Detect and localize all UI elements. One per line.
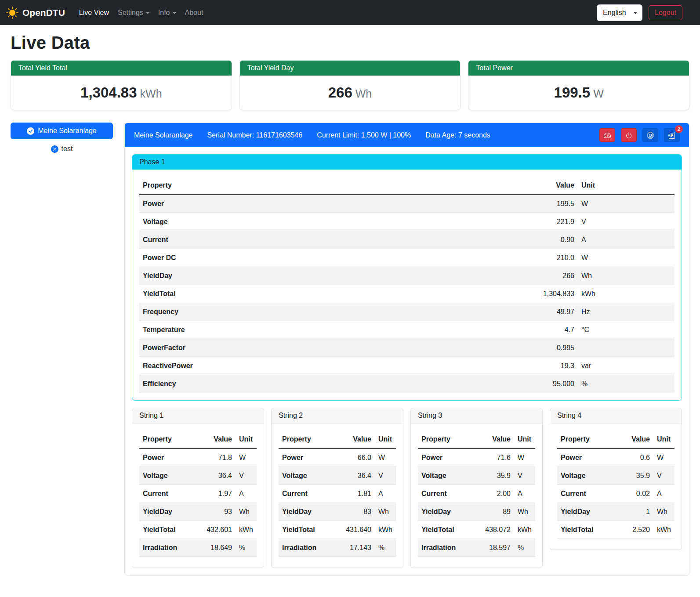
unit-cell: W: [375, 449, 396, 467]
unit-cell: W: [578, 195, 675, 213]
unit-cell: A: [653, 485, 675, 503]
table-row: YieldTotal 2.520 kWh: [557, 521, 675, 539]
table-header-row: Property Value Unit: [279, 431, 396, 449]
string-table: Property Value Unit Power: [279, 431, 396, 557]
table-row: YieldTotal 432.601 kWh: [139, 521, 257, 539]
value-cell: 199.5: [402, 195, 578, 213]
value-cell: 2.520: [616, 521, 653, 539]
table-row: YieldTotal 438.072 kWh: [418, 521, 535, 539]
property-cell: YieldTotal: [279, 521, 337, 539]
nav-info[interactable]: Info: [154, 5, 181, 20]
sidebar-item-meine-solaranlage[interactable]: Meine Solaranlage: [11, 123, 113, 139]
property-cell: YieldTotal: [418, 521, 476, 539]
sidebar-item-test[interactable]: test: [11, 145, 113, 153]
value-cell: 36.4: [198, 467, 236, 485]
column-header-unit: Unit: [578, 177, 675, 195]
unit-cell: Hz: [578, 303, 675, 321]
phase-card-title: Phase 1: [132, 155, 682, 170]
summary-card-value: 1,304.83: [80, 84, 137, 101]
table-row: Irradiation 18.649 %: [139, 539, 257, 557]
property-cell: Temperature: [139, 321, 402, 339]
table-row: Current 0.90 A: [139, 231, 675, 249]
value-cell: 1.97: [198, 485, 236, 503]
column-header-value: Value: [402, 177, 578, 195]
property-cell: YieldDay: [418, 503, 476, 521]
value-cell: 95.000: [402, 375, 578, 393]
table-row: YieldTotal 431.640 kWh: [279, 521, 396, 539]
unit-cell: kWh: [578, 285, 675, 303]
value-cell: 221.9: [402, 213, 578, 231]
inverter-limit: Current Limit: 1,500 W | 100%: [317, 131, 411, 139]
event-log-button[interactable]: 2: [664, 128, 680, 142]
value-cell: 432.601: [198, 521, 236, 539]
inverter-name: Meine Solaranlage: [134, 131, 192, 139]
limit-settings-button[interactable]: [599, 128, 615, 142]
table-row: Frequency 49.97 Hz: [139, 303, 675, 321]
value-cell: 66.0: [337, 449, 375, 467]
unit-cell: °C: [578, 321, 675, 339]
unit-cell: W: [653, 449, 675, 467]
value-cell: 18.597: [476, 539, 514, 557]
unit-cell: V: [236, 467, 257, 485]
device-info-button[interactable]: [642, 128, 658, 142]
unit-cell: Wh: [236, 503, 257, 521]
value-cell: 2.00: [476, 485, 514, 503]
value-cell: 71.8: [198, 449, 236, 467]
unit-cell: var: [578, 357, 675, 375]
value-cell: 0.6: [616, 449, 653, 467]
property-cell: Voltage: [279, 467, 337, 485]
property-cell: Irradiation: [418, 539, 476, 557]
unit-cell: Wh: [375, 503, 396, 521]
property-cell: Power: [557, 449, 616, 467]
property-cell: Power DC: [139, 249, 402, 267]
inverter-actions: 2: [599, 128, 680, 142]
unit-cell: kWh: [653, 521, 675, 539]
unit-cell: W: [578, 249, 675, 267]
table-row: Voltage 221.9 V: [139, 213, 675, 231]
property-cell: YieldDay: [557, 503, 616, 521]
language-select[interactable]: English: [597, 4, 642, 21]
string-card-3: String 3 Property Value Unit: [410, 408, 543, 568]
inverter-serial: Serial Number: 116171603546: [207, 131, 302, 139]
value-cell: 4.7: [402, 321, 578, 339]
logout-button[interactable]: Logout: [649, 5, 682, 20]
brand-label: OpenDTU: [22, 7, 65, 18]
nav-settings[interactable]: Settings: [113, 5, 154, 20]
property-cell: Voltage: [557, 467, 616, 485]
column-header-property: Property: [139, 177, 402, 195]
navbar: OpenDTU Live View Settings Info About En…: [0, 0, 700, 25]
column-header-property: Property: [557, 431, 616, 449]
nav-about[interactable]: About: [181, 5, 208, 20]
cpu-icon: [647, 132, 654, 139]
table-row: PowerFactor 0.995: [139, 339, 675, 357]
property-cell: Power: [418, 449, 476, 467]
table-row: Power 199.5 W: [139, 195, 675, 213]
summary-card-value: 199.5: [554, 84, 591, 101]
main-content: Live Data Total Yield Total 1,304.83kWh …: [0, 33, 700, 589]
column-header-value: Value: [616, 431, 653, 449]
table-row: Irradiation 17.143 %: [279, 539, 396, 557]
property-cell: Current: [139, 485, 198, 503]
power-icon: [625, 132, 632, 139]
property-cell: Current: [279, 485, 337, 503]
brand[interactable]: OpenDTU: [6, 7, 65, 19]
string-card-title: String 4: [550, 408, 682, 423]
power-button[interactable]: [621, 128, 637, 142]
table-row: Power DC 210.0 W: [139, 249, 675, 267]
unit-cell: kWh: [514, 521, 535, 539]
string-table: Property Value Unit Power: [139, 431, 257, 557]
value-cell: 89: [476, 503, 514, 521]
table-row: YieldDay 1 Wh: [557, 503, 675, 521]
summary-card-unit: Wh: [355, 87, 372, 100]
property-cell: Current: [418, 485, 476, 503]
unit-cell: kWh: [375, 521, 396, 539]
column-header-unit: Unit: [375, 431, 396, 449]
property-cell: Voltage: [139, 213, 402, 231]
property-cell: YieldTotal: [139, 521, 198, 539]
summary-cards-row: Total Yield Total 1,304.83kWh Total Yiel…: [11, 60, 689, 110]
column-header-property: Property: [279, 431, 337, 449]
nav-live-view[interactable]: Live View: [75, 5, 113, 20]
table-row: YieldDay 93 Wh: [139, 503, 257, 521]
unit-cell: %: [578, 375, 675, 393]
column-header-value: Value: [337, 431, 375, 449]
